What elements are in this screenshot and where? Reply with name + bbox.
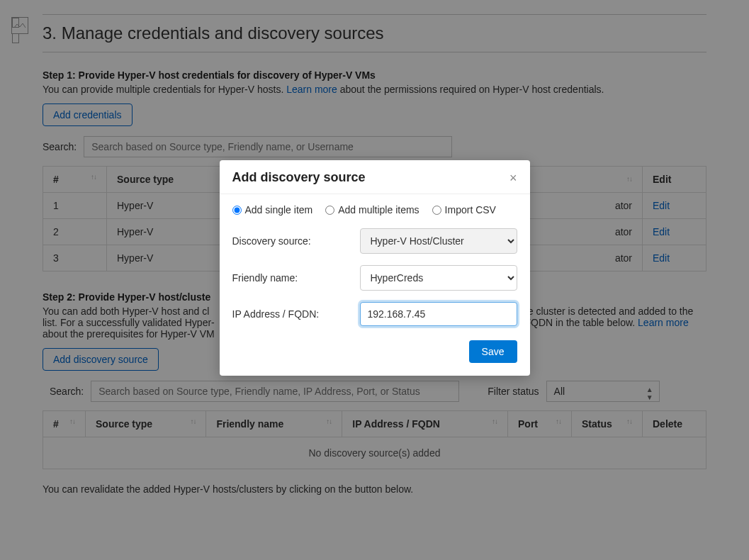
ip-fqdn-label: IP Address / FQDN: (232, 308, 360, 320)
radio-multiple-input[interactable] (325, 206, 334, 215)
close-icon[interactable]: × (509, 172, 517, 184)
ip-fqdn-input[interactable] (360, 302, 517, 326)
modal-title: Add discovery source (232, 170, 366, 185)
radio-single-label: Add single item (245, 204, 313, 215)
radio-single-input[interactable] (232, 206, 242, 215)
discovery-source-label: Discovery source: (232, 235, 360, 247)
radio-single-item[interactable]: Add single item (232, 204, 313, 215)
radio-multiple-items[interactable]: Add multiple items (325, 204, 419, 215)
friendly-name-select[interactable]: HyperCreds (360, 265, 517, 291)
radio-import-csv[interactable]: Import CSV (432, 204, 496, 215)
friendly-name-label: Friendly name: (232, 272, 360, 284)
save-button[interactable]: Save (469, 340, 517, 363)
discovery-source-select[interactable]: Hyper-V Host/Cluster (360, 228, 517, 254)
add-discovery-source-modal: Add discovery source × Add single item A… (220, 160, 530, 376)
radio-csv-input[interactable] (432, 206, 441, 215)
radio-csv-label: Import CSV (445, 204, 496, 215)
radio-multiple-label: Add multiple items (338, 204, 419, 215)
